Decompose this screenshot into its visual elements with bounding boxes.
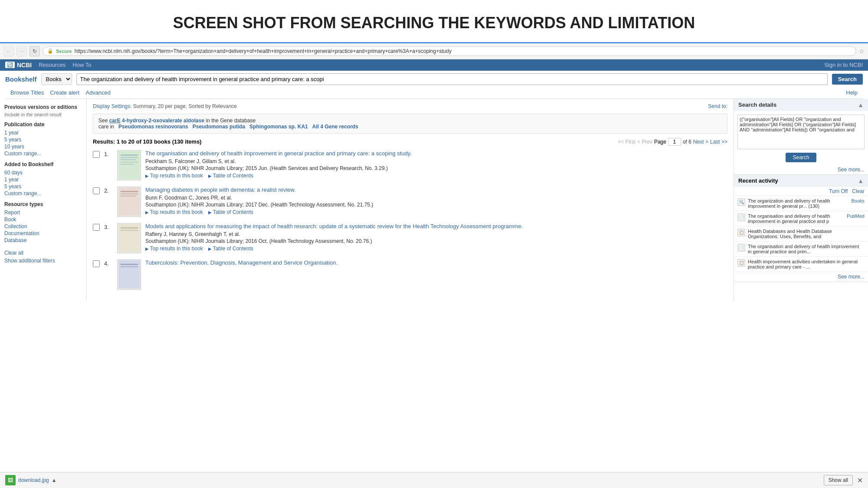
next-page-btn[interactable]: Next > [693, 139, 708, 145]
clear-link[interactable]: Clear [852, 188, 865, 194]
result-num-2: 2. [104, 187, 113, 217]
back-button[interactable]: ← [3, 46, 14, 56]
svg-rect-8 [121, 193, 138, 194]
bookshelf-search-row: Bookshelf Books Search [5, 73, 863, 88]
turn-off-link[interactable]: Turn Off [829, 188, 848, 194]
clear-all-link[interactable]: Clear all [4, 250, 82, 256]
pub-date-title: Publication date [4, 121, 82, 128]
gene-link-3[interactable]: Sphingomonas sp. KA1 [249, 124, 308, 130]
recent-item-2: 📄 The organisation and delivery of healt… [734, 211, 868, 226]
gene-link-4[interactable]: All 4 Gene records [312, 124, 358, 130]
display-settings[interactable]: Display Settings: Summary, 20 per page, … [93, 103, 237, 109]
pub-date-custom[interactable]: Custom range... [4, 150, 82, 157]
pub-date-5years[interactable]: 5 years [4, 136, 82, 143]
recent-text-5[interactable]: Health improvement activities undertaken… [748, 259, 862, 269]
bookshelf-label: Bookshelf [5, 75, 37, 83]
result-title-3[interactable]: Models and applications for measuring th… [145, 223, 523, 229]
result-item-4: 4. Tuberculosis: Prevention, Diagnosis, … [93, 259, 727, 290]
result-checkbox-4[interactable] [93, 260, 100, 267]
svg-rect-12 [121, 230, 138, 231]
signin-link[interactable]: Sign in to NCBI [824, 62, 863, 68]
top-results-link-3[interactable]: Top results in this book [145, 246, 203, 252]
result-checkbox-1[interactable] [93, 151, 100, 158]
added-custom[interactable]: Custom range... [4, 190, 82, 197]
result-links-2: Top results in this book Table of Conten… [145, 209, 727, 215]
recent-text-1[interactable]: The organization and delivery of health … [748, 198, 848, 209]
result-checkbox-2[interactable] [93, 187, 100, 194]
recent-text-2[interactable]: The organisation and delivery of health … [748, 213, 844, 224]
svg-rect-14 [121, 264, 138, 265]
recent-see-more-link[interactable]: See more... [838, 274, 865, 280]
svg-rect-1 [121, 154, 138, 156]
search-details-button[interactable]: Search [786, 153, 816, 162]
resource-collection[interactable]: Collection [4, 223, 82, 230]
recent-badge-1: Books [851, 198, 865, 203]
added-1year[interactable]: 1 year [4, 176, 82, 183]
help-link[interactable]: Help [846, 89, 858, 96]
howto-link[interactable]: How To [72, 62, 91, 68]
top-results-link-1[interactable]: Top results in this book [145, 173, 203, 179]
ncbi-logo-area: 🔃 NCBI Resources How To [5, 62, 92, 69]
search-details-see-more[interactable]: See more... [838, 167, 865, 173]
result-source-3: Southampton (UK): NIHR Journals Library;… [145, 238, 727, 244]
lock-icon: 🔒 [47, 48, 53, 54]
pub-date-10years[interactable]: 10 years [4, 143, 82, 150]
pub-date-1year[interactable]: 1 year [4, 129, 82, 136]
recent-activity-collapse[interactable]: ▲ [858, 177, 864, 184]
resource-report[interactable]: Report [4, 209, 82, 216]
create-alert-link[interactable]: Create alert [50, 89, 79, 96]
refresh-button[interactable]: ↻ [29, 46, 40, 56]
first-page-btn[interactable]: << First [618, 139, 635, 145]
svg-rect-15 [121, 266, 138, 267]
show-filters-link[interactable]: Show additional filters [4, 258, 82, 264]
care-gene-link[interactable]: carE 4-hydroxy-2-oxovalerate aldolase [109, 118, 204, 124]
advanced-link[interactable]: Advanced [85, 89, 111, 96]
search-button[interactable]: Search [832, 74, 863, 85]
toc-link-1[interactable]: Table of Contents [208, 173, 253, 179]
search-details-collapse[interactable]: ▲ [858, 102, 864, 108]
svg-rect-9 [121, 196, 136, 197]
address-bar[interactable]: 🔒 Secure https://www.ncbi.nlm.nih.gov/bo… [43, 46, 856, 56]
prev-page-btn[interactable]: < Prev [637, 139, 652, 145]
sidebar: Previous versions or editions Include in… [0, 99, 87, 300]
gene-link-1[interactable]: Pseudomonas resinovorans [118, 124, 188, 130]
ncbi-symbol: 🔃 [5, 62, 15, 68]
send-to[interactable]: Send to: [708, 103, 727, 109]
added-5years[interactable]: 5 years [4, 183, 82, 190]
top-results-link-2[interactable]: Top results in this book [145, 209, 203, 215]
main-content: Previous versions or editions Include in… [0, 99, 868, 300]
browse-titles-link[interactable]: Browse Titles [10, 89, 44, 96]
database-select[interactable]: Books [41, 73, 72, 85]
svg-rect-5 [121, 164, 134, 165]
gene-link-2[interactable]: Pseudomonas putida [193, 124, 245, 130]
resource-documentation[interactable]: Documentation [4, 230, 82, 237]
toc-link-2[interactable]: Table of Contents [208, 209, 253, 215]
ncbi-logo[interactable]: 🔃 NCBI [5, 62, 32, 69]
result-authors-2: Bunn F, Goodman C, Jones PR, et al. [145, 195, 727, 201]
search-input[interactable] [76, 73, 828, 85]
resource-database[interactable]: Database [4, 237, 82, 244]
results-toolbar: Display Settings: Summary, 20 per page, … [93, 103, 727, 109]
forward-button[interactable]: → [16, 46, 27, 56]
last-page-btn[interactable]: Last >> [710, 139, 727, 145]
recent-text-4[interactable]: The organisation and delivery of health … [748, 244, 862, 254]
search-details-section: Search details ▲ (("organisation"[All Fi… [734, 99, 868, 175]
toc-link-3[interactable]: Table of Contents [208, 246, 253, 252]
resource-book[interactable]: Book [4, 216, 82, 223]
added-60days[interactable]: 60 days [4, 169, 82, 176]
recent-text-3[interactable]: Health Databases and Health Database Org… [748, 229, 862, 239]
page-input[interactable] [668, 138, 681, 146]
search-details-box: (("organisation"[All Fields] OR "organiz… [737, 115, 865, 149]
result-title-4[interactable]: Tuberculosis: Prevention, Diagnosis, Man… [145, 259, 337, 266]
search-details-see-more-row: See more... [734, 165, 868, 174]
recent-item-5: 📋 Health improvement activities undertak… [734, 257, 868, 272]
right-panel: Search details ▲ (("organisation"[All Fi… [734, 99, 868, 300]
result-thumb-1 [117, 150, 141, 180]
result-title-2[interactable]: Managing diabetes in people with dementi… [145, 187, 296, 193]
result-checkbox-3[interactable] [93, 224, 100, 231]
result-num-1: 1. [104, 151, 113, 180]
result-title-1[interactable]: The organisation and delivery of health … [145, 150, 412, 157]
recent-activity-header: Recent activity ▲ [734, 175, 868, 187]
bookmark-icon[interactable]: ☆ [859, 48, 865, 55]
resources-link[interactable]: Resources [39, 62, 66, 68]
